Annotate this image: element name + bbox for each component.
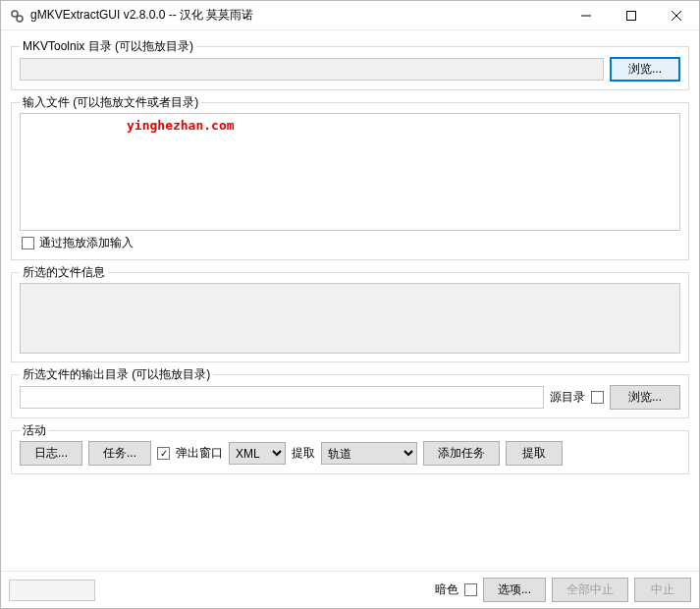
input-files-list[interactable]: yinghezhan.com xyxy=(20,113,680,231)
activity-group: 活动 日志... 任务... ✓ 弹出窗口 XML 提取 轨道 添加任务 提取 xyxy=(11,430,689,474)
dark-mode-checkbox[interactable] xyxy=(464,583,477,596)
extract-label: 提取 xyxy=(292,445,315,462)
output-dir-group: 所选文件的输出目录 (可以拖放目录) 源目录 浏览... xyxy=(11,374,689,418)
close-button[interactable] xyxy=(654,1,699,30)
maximize-button[interactable] xyxy=(609,1,654,30)
app-window: gMKVExtractGUI v2.8.0.0 -- 汉化 莫莫雨诺 MKVTo… xyxy=(0,0,700,609)
options-button[interactable]: 选项... xyxy=(483,578,546,602)
add-by-drag-checkbox[interactable] xyxy=(22,237,34,249)
track-select[interactable]: 轨道 xyxy=(321,442,417,465)
input-files-group: 输入文件 (可以拖放文件或者目录) yinghezhan.com 通过拖放添加输… xyxy=(11,102,689,260)
watermark-text: yinghezhan.com xyxy=(127,118,235,133)
footer-bar: 暗色 选项... 全部中止 中止 xyxy=(1,571,699,608)
output-dir-group-label: 所选文件的输出目录 (可以拖放目录) xyxy=(20,366,213,383)
add-task-button[interactable]: 添加任务 xyxy=(423,441,500,466)
file-info-group-label: 所选的文件信息 xyxy=(20,264,108,281)
svg-point-1 xyxy=(17,16,23,22)
source-dir-label: 源目录 xyxy=(550,389,585,406)
extract-button[interactable]: 提取 xyxy=(506,441,563,466)
output-dir-input[interactable] xyxy=(20,386,544,409)
progress-indicator xyxy=(9,580,95,601)
mkvtoolnix-group-label: MKVToolnix 目录 (可以拖放目录) xyxy=(20,38,196,55)
mkvtoolnix-browse-button[interactable]: 浏览... xyxy=(610,57,680,82)
activity-group-label: 活动 xyxy=(20,422,49,439)
add-by-drag-label: 通过拖放添加输入 xyxy=(39,235,134,251)
svg-point-0 xyxy=(12,11,18,17)
log-button[interactable]: 日志... xyxy=(20,441,82,466)
titlebar: gMKVExtractGUI v2.8.0.0 -- 汉化 莫莫雨诺 xyxy=(1,1,699,30)
popup-label: 弹出窗口 xyxy=(176,445,223,462)
file-info-box xyxy=(20,283,680,354)
abort-button[interactable]: 中止 xyxy=(634,578,691,602)
minimize-button[interactable] xyxy=(564,1,609,30)
input-files-group-label: 输入文件 (可以拖放文件或者目录) xyxy=(20,94,201,111)
xml-select[interactable]: XML xyxy=(229,442,286,465)
mkvtoolnix-group: MKVToolnix 目录 (可以拖放目录) 浏览... xyxy=(11,46,689,90)
file-info-group: 所选的文件信息 xyxy=(11,272,689,362)
source-dir-checkbox[interactable] xyxy=(591,391,604,404)
mkvtoolnix-path-input[interactable] xyxy=(20,58,604,81)
abort-all-button[interactable]: 全部中止 xyxy=(552,578,628,602)
tasks-button[interactable]: 任务... xyxy=(88,441,151,466)
window-title: gMKVExtractGUI v2.8.0.0 -- 汉化 莫莫雨诺 xyxy=(30,7,564,24)
app-icon xyxy=(9,8,25,24)
svg-rect-3 xyxy=(627,11,636,20)
content-area: MKVToolnix 目录 (可以拖放目录) 浏览... 输入文件 (可以拖放文… xyxy=(1,30,699,571)
output-browse-button[interactable]: 浏览... xyxy=(610,385,680,410)
popup-checkbox[interactable]: ✓ xyxy=(157,447,170,460)
dark-mode-label: 暗色 xyxy=(435,581,458,598)
